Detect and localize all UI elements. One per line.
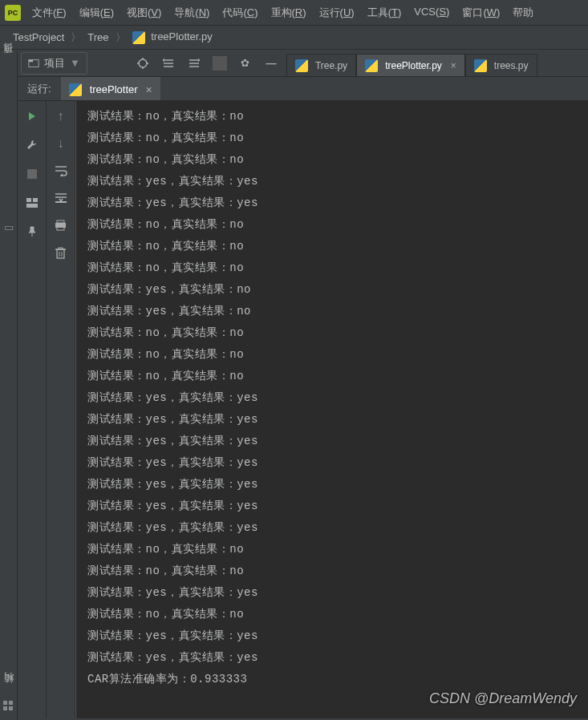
chevron-icon: 〉 bbox=[116, 30, 126, 45]
close-icon[interactable]: × bbox=[451, 60, 456, 71]
scroll-end-icon[interactable] bbox=[54, 191, 68, 205]
run-gutter-nav: ↑ ↓ bbox=[47, 101, 75, 718]
toolbar-row: 项目 ▼ ✿ — Tree.pytreePlotter.py×trees.py bbox=[0, 50, 588, 77]
grid-icon[interactable] bbox=[3, 701, 14, 712]
pin-icon[interactable] bbox=[25, 224, 39, 239]
menu-item[interactable]: 窗口(W) bbox=[456, 2, 506, 23]
run-gutter-actions bbox=[18, 101, 47, 718]
trash-icon[interactable] bbox=[54, 245, 68, 260]
project-selector[interactable]: 项目 ▼ bbox=[21, 52, 87, 75]
gear-icon[interactable]: ✿ bbox=[238, 56, 253, 71]
arrow-up-icon[interactable]: ↑ bbox=[54, 109, 68, 123]
menu-item[interactable]: 导航(N) bbox=[168, 2, 216, 23]
crumb-root[interactable]: TestProject bbox=[10, 30, 67, 45]
run-tab-label: treePlotter bbox=[90, 83, 138, 95]
editor-tab[interactable]: treePlotter.py× bbox=[356, 54, 465, 76]
run-tab[interactable]: treePlotter × bbox=[61, 77, 160, 100]
left-rail: 项目 ▭ bbox=[0, 51, 18, 720]
console-output[interactable]: 测试结果：no，真实结果：no 测试结果：no，真实结果：no 测试结果：no，… bbox=[75, 101, 588, 718]
crumb-folder[interactable]: Tree bbox=[84, 30, 112, 45]
print-icon[interactable] bbox=[54, 218, 68, 233]
menu-item[interactable]: 重构(R) bbox=[265, 2, 313, 23]
divider bbox=[213, 56, 227, 71]
menu-item[interactable]: 代码(C) bbox=[216, 2, 264, 23]
python-file-icon bbox=[365, 59, 378, 72]
editor-tab[interactable]: trees.py bbox=[465, 54, 537, 76]
stop-icon[interactable] bbox=[25, 167, 39, 181]
menu-item[interactable]: 工具(T) bbox=[361, 2, 408, 23]
menu-item[interactable]: 帮助 bbox=[506, 2, 540, 23]
menu-item[interactable]: 运行(U) bbox=[313, 2, 361, 23]
crumb-file[interactable]: treePlotter.py bbox=[129, 29, 216, 46]
run-body: ↑ ↓ 测试结果：no，真实结果：no 测试结果：no，真实结果：no 测试结果… bbox=[18, 101, 588, 718]
python-file-icon bbox=[295, 59, 308, 72]
svg-rect-21 bbox=[57, 220, 64, 223]
wrap-icon[interactable] bbox=[54, 164, 68, 178]
svg-rect-13 bbox=[27, 169, 37, 179]
python-file-icon bbox=[474, 59, 487, 72]
sidebar-project[interactable]: 项目 bbox=[2, 58, 15, 61]
run-label: 运行: bbox=[18, 82, 61, 96]
run-icon[interactable] bbox=[25, 109, 39, 123]
collapse-icon[interactable] bbox=[187, 56, 201, 71]
menu-item[interactable]: 视图(V) bbox=[120, 2, 168, 23]
layout-icon[interactable] bbox=[25, 196, 39, 210]
svg-rect-26 bbox=[59, 248, 63, 249]
project-selector-label: 项目 bbox=[44, 56, 65, 71]
wrench-icon[interactable] bbox=[25, 138, 39, 152]
folder-icon[interactable]: ▭ bbox=[4, 221, 14, 233]
svg-point-2 bbox=[139, 59, 147, 67]
chevron-icon: 〉 bbox=[71, 30, 81, 45]
minimize-icon[interactable]: — bbox=[264, 56, 278, 71]
sidebar-structure[interactable]: 结构 bbox=[2, 688, 16, 691]
menu-bar: PC 文件(F)编辑(E)视图(V)导航(N)代码(C)重构(R)运行(U)工具… bbox=[0, 0, 588, 26]
svg-rect-24 bbox=[57, 249, 64, 258]
menu-item[interactable]: VCS(S) bbox=[408, 2, 456, 23]
svg-rect-1 bbox=[29, 59, 33, 62]
dropdown-icon: ▼ bbox=[70, 57, 80, 69]
close-icon[interactable]: × bbox=[146, 83, 152, 96]
python-file-icon bbox=[132, 31, 145, 44]
svg-rect-14 bbox=[26, 198, 31, 202]
menu-item[interactable]: 编辑(E) bbox=[73, 2, 120, 23]
toolbar-icons: ✿ — bbox=[136, 56, 278, 71]
editor-tab-label: Tree.py bbox=[315, 60, 347, 71]
left-rail-bottom: 结构 bbox=[0, 688, 18, 712]
menu-item[interactable]: 文件(F) bbox=[26, 2, 73, 23]
run-header: 运行: treePlotter × bbox=[18, 77, 588, 101]
app-icon: PC bbox=[5, 5, 21, 21]
svg-rect-15 bbox=[33, 198, 38, 202]
target-icon[interactable] bbox=[136, 56, 150, 71]
editor-tab[interactable]: Tree.py bbox=[286, 54, 356, 76]
editor-tab-label: trees.py bbox=[494, 60, 529, 71]
breadcrumb: TestProject 〉 Tree 〉 treePlotter.py bbox=[0, 26, 588, 50]
editor-tab-label: treePlotter.py bbox=[385, 60, 442, 71]
expand-icon[interactable] bbox=[161, 56, 176, 71]
editor-tabs: Tree.pytreePlotter.py×trees.py bbox=[286, 50, 537, 76]
python-file-icon bbox=[69, 83, 82, 96]
project-icon bbox=[28, 58, 39, 69]
arrow-down-icon[interactable]: ↓ bbox=[54, 136, 68, 151]
crumb-file-label: treePlotter.py bbox=[151, 30, 213, 42]
svg-rect-16 bbox=[26, 204, 38, 208]
